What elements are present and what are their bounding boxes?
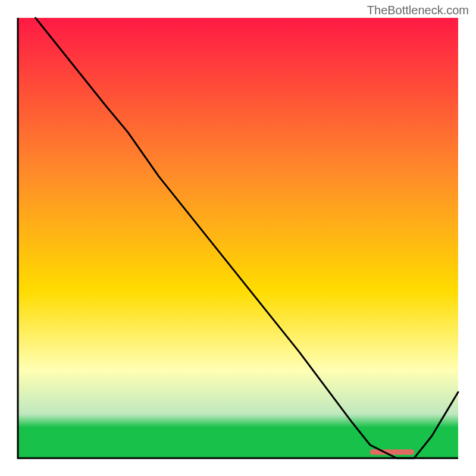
- chart-page: TheBottleneck.com: [0, 0, 476, 476]
- bottleneck-chart: [0, 0, 476, 476]
- optimal-range-marker: [370, 449, 414, 455]
- plot-background: [18, 18, 458, 458]
- watermark-text: TheBottleneck.com: [367, 4, 469, 17]
